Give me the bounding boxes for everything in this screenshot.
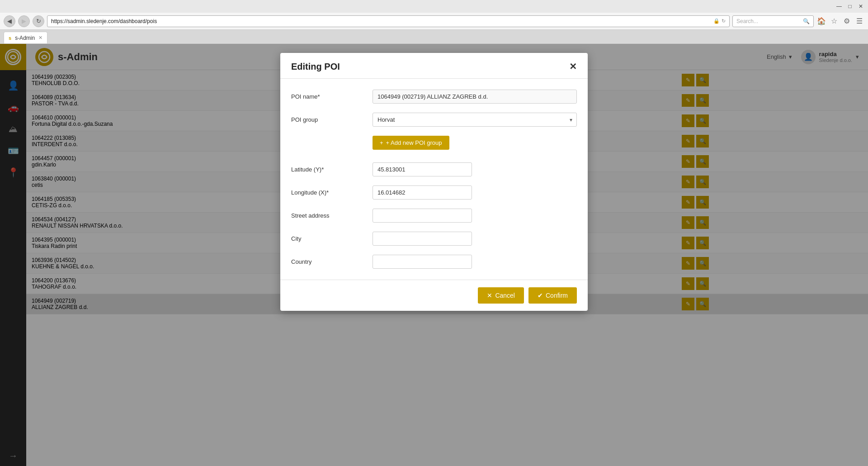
cancel-icon: ✕ xyxy=(487,292,492,299)
city-label: City xyxy=(291,232,373,242)
cancel-label: Cancel xyxy=(495,292,515,299)
menu-icon[interactable]: ☰ xyxy=(854,16,864,26)
home-icon[interactable]: 🏠 xyxy=(816,16,826,26)
browser-tab-bar: s s-Admin ✕ xyxy=(0,30,868,43)
latitude-group: Latitude (Y)* xyxy=(291,162,577,176)
confirm-icon: ✔ xyxy=(538,292,543,299)
browser-search-bar[interactable]: Search... 🔍 xyxy=(732,15,814,27)
modal-header: Editing POI ✕ xyxy=(280,53,588,79)
confirm-label: Confirm xyxy=(546,292,568,299)
street-label: Street address xyxy=(291,209,373,219)
edit-poi-modal: Editing POI ✕ POI name* POI group Horvat xyxy=(280,53,588,311)
poi-name-group: POI name* xyxy=(291,90,577,104)
browser-toolbar: ◀ ▶ ↻ https://sadmin.sledenje.com/dashbo… xyxy=(0,13,868,30)
lock-icon: 🔒 xyxy=(713,18,720,24)
star-icon[interactable]: ☆ xyxy=(829,16,839,26)
reload-button[interactable]: ↻ xyxy=(33,15,44,27)
add-group-spacer xyxy=(291,136,373,139)
add-poi-group-button[interactable]: + + Add new POI group xyxy=(373,136,449,150)
maximize-button[interactable]: □ xyxy=(846,3,854,10)
poi-group-group: POI group Horvat ▾ xyxy=(291,113,577,127)
titlebar-buttons[interactable]: — □ ✕ xyxy=(835,3,864,10)
refresh-icon: ↻ xyxy=(722,18,726,24)
settings-icon[interactable]: ⚙ xyxy=(842,16,852,26)
country-input[interactable] xyxy=(373,255,472,269)
add-icon: + xyxy=(380,139,383,146)
browser-titlebar: — □ ✕ xyxy=(0,0,868,13)
modal-footer: ✕ Cancel ✔ Confirm xyxy=(280,280,588,311)
close-window-button[interactable]: ✕ xyxy=(857,3,864,10)
poi-group-label: POI group xyxy=(291,113,373,123)
latitude-input[interactable] xyxy=(373,162,472,176)
tab-close-button[interactable]: ✕ xyxy=(38,35,42,41)
country-group: Country xyxy=(291,255,577,269)
tab-label: s-Admin xyxy=(15,35,35,41)
browser-tab[interactable]: s s-Admin ✕ xyxy=(4,32,47,43)
poi-group-select-wrapper: Horvat ▾ xyxy=(373,113,577,127)
modal-title: Editing POI xyxy=(291,62,340,72)
longitude-group: Longitude (X)* xyxy=(291,185,577,200)
country-label: Country xyxy=(291,255,373,265)
search-placeholder-text: Search... xyxy=(736,18,803,24)
add-group-label: + Add new POI group xyxy=(386,139,442,146)
street-group: Street address xyxy=(291,209,577,223)
minimize-button[interactable]: — xyxy=(835,3,843,10)
modal-body: POI name* POI group Horvat ▾ xyxy=(280,79,588,280)
forward-button[interactable]: ▶ xyxy=(18,15,30,27)
poi-name-input[interactable] xyxy=(373,90,577,104)
modal-close-button[interactable]: ✕ xyxy=(569,61,577,72)
latitude-label: Latitude (Y)* xyxy=(291,162,373,173)
cancel-button[interactable]: ✕ Cancel xyxy=(478,287,524,304)
longitude-label: Longitude (X)* xyxy=(291,185,373,196)
modal-overlay: Editing POI ✕ POI name* POI group Horvat xyxy=(0,44,868,466)
browser-chrome: — □ ✕ ◀ ▶ ↻ https://sadmin.sledenje.com/… xyxy=(0,0,868,44)
back-button[interactable]: ◀ xyxy=(4,15,15,27)
street-input[interactable] xyxy=(373,209,472,223)
poi-name-label: POI name* xyxy=(291,90,373,100)
tab-favicon: s xyxy=(9,35,11,41)
add-group-group: + + Add new POI group xyxy=(291,136,577,150)
browser-toolbar-icons: 🏠 ☆ ⚙ ☰ xyxy=(816,16,864,26)
url-text: https://sadmin.sledenje.com/dashboard/po… xyxy=(51,18,713,24)
poi-group-select[interactable]: Horvat xyxy=(373,113,577,127)
city-group: City xyxy=(291,232,577,246)
city-input[interactable] xyxy=(373,232,472,246)
app-container: 👤 🚗 ⛰ 🪪 📍 → s-A xyxy=(0,44,868,466)
search-icon: 🔍 xyxy=(803,18,810,24)
longitude-input[interactable] xyxy=(373,185,472,200)
address-bar[interactable]: https://sadmin.sledenje.com/dashboard/po… xyxy=(47,15,730,27)
confirm-button[interactable]: ✔ Confirm xyxy=(528,287,577,304)
